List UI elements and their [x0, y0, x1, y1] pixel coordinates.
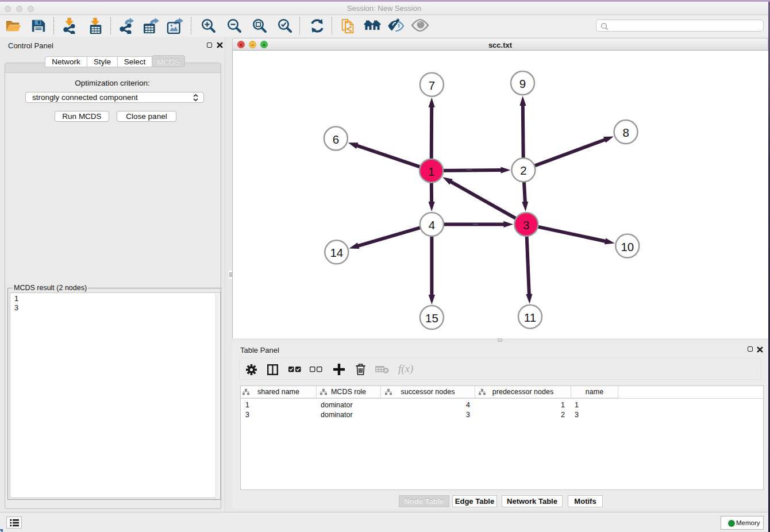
svg-text:4: 4	[429, 218, 435, 232]
svg-text:14: 14	[330, 246, 343, 259]
svg-text:9: 9	[519, 77, 526, 90]
svg-text:1: 1	[428, 165, 434, 178]
svg-text:8: 8	[622, 126, 629, 139]
svg-text:11: 11	[524, 311, 536, 324]
svg-text:10: 10	[621, 240, 634, 253]
svg-text:15: 15	[425, 311, 438, 325]
svg-text:7: 7	[429, 79, 435, 92]
svg-text:2: 2	[520, 164, 526, 177]
svg-text:3: 3	[523, 218, 529, 232]
svg-text:6: 6	[333, 133, 339, 146]
